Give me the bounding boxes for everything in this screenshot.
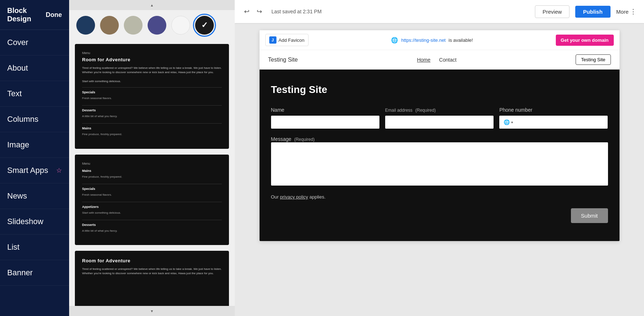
nav-item-banner[interactable]: Banner: [0, 260, 69, 286]
submit-button[interactable]: Submit: [571, 208, 608, 223]
nav-link-contact[interactable]: Contact: [439, 57, 456, 63]
swatch-color-navy[interactable]: [76, 16, 95, 35]
app-title: Block Design: [7, 6, 46, 23]
flag-icon: 🌐: [504, 119, 510, 125]
swatch-color-purple[interactable]: [148, 16, 166, 35]
globe-icon: 🌐: [391, 37, 398, 44]
scroll-up-button[interactable]: [69, 0, 235, 10]
right-panel: ↩ ↪ Last saved at 2:31 PM Preview Publis…: [235, 0, 644, 316]
nav-item-about[interactable]: About: [0, 55, 69, 81]
site-form-title: Testing Site: [271, 84, 608, 95]
nav-item-news[interactable]: News: [0, 183, 69, 209]
design-card-2[interactable]: Menu Mains Fine produce, freshly prepare…: [75, 155, 229, 245]
nav-item-image[interactable]: Image: [0, 132, 69, 158]
domain-available-text: is available!: [449, 37, 473, 43]
preview-button[interactable]: Preview: [535, 5, 569, 18]
design-3-headline: Room for Adventure: [82, 258, 222, 263]
domain-link[interactable]: https://testing-site.net: [401, 37, 446, 43]
design-1-intro: Tired of feeling scattered or uninspired…: [82, 66, 222, 75]
nav-item-columns[interactable]: Columns: [0, 107, 69, 132]
form-row-1: Name Email address (Required) Phone numb…: [271, 107, 608, 129]
design-1-headline: Room for Adventure: [82, 57, 222, 62]
left-nav: CoverAboutTextColumnsImageSmart Apps☆New…: [0, 30, 69, 316]
site-content: Testing Site Name Email address (Require…: [260, 70, 620, 241]
favicon-icon: J: [269, 36, 276, 44]
swatch-color-black[interactable]: [195, 16, 214, 35]
domain-info: 🌐 https://testing-site.net is available!: [391, 37, 473, 44]
email-input[interactable]: [385, 116, 494, 129]
get-own-domain-button[interactable]: Get your own domain: [556, 35, 614, 46]
nav-item-smart-apps[interactable]: Smart Apps☆: [0, 158, 69, 183]
nav-links: Home Contact: [417, 57, 456, 63]
site-nav: Testing Site Home Contact Testing Site: [260, 50, 620, 70]
name-input[interactable]: [271, 116, 379, 129]
message-textarea[interactable]: [271, 142, 608, 186]
top-bar: ↩ ↪ Last saved at 2:31 PM Preview Publis…: [235, 0, 644, 23]
add-favicon-button[interactable]: J Add Favicon: [265, 34, 309, 46]
privacy-policy-link[interactable]: privacy policy: [280, 194, 308, 200]
save-status: Last saved at 2:31 PM: [271, 9, 529, 14]
swatch-color-white[interactable]: [171, 16, 190, 35]
middle-panel: Menu Room for Adventure Tired of feeling…: [69, 0, 235, 316]
scroll-down-button[interactable]: [69, 306, 235, 316]
message-group: Message (Required): [271, 136, 608, 187]
nav-item-text[interactable]: Text: [0, 81, 69, 107]
left-header: Block Design Done: [0, 0, 69, 30]
name-label: Name: [271, 107, 379, 113]
undo-button[interactable]: ↩: [242, 6, 252, 17]
email-group: Email address (Required): [385, 107, 494, 129]
site-topbar: J Add Favicon 🌐 https://testing-site.net…: [260, 30, 620, 50]
more-dots-icon: ⋮: [630, 8, 637, 15]
site-name-logo: Testing Site: [268, 57, 298, 63]
left-panel: Block Design Done CoverAboutTextColumnsI…: [0, 0, 69, 316]
design-card-1[interactable]: Menu Room for Adventure Tired of feeling…: [75, 44, 229, 149]
swatch-color-gray[interactable]: [124, 16, 143, 35]
site-preview-wrapper: J Add Favicon 🌐 https://testing-site.net…: [235, 23, 644, 316]
star-icon: ☆: [56, 166, 62, 174]
phone-chevron-icon: ▾: [511, 120, 513, 124]
message-label: Message (Required): [271, 136, 315, 142]
publish-button[interactable]: Publish: [575, 6, 611, 18]
nav-cta-button[interactable]: Testing Site: [576, 54, 611, 65]
phone-input-wrapper[interactable]: 🌐 ▾: [499, 116, 608, 129]
nav-item-slideshow[interactable]: Slideshow: [0, 209, 69, 235]
nav-item-list[interactable]: List: [0, 235, 69, 260]
redo-button[interactable]: ↪: [255, 6, 264, 17]
designs-scroll: Menu Room for Adventure Tired of feeling…: [69, 40, 235, 306]
email-label: Email address (Required): [385, 107, 494, 113]
site-preview: J Add Favicon 🌐 https://testing-site.net…: [260, 30, 620, 241]
color-swatches: [69, 10, 235, 40]
name-group: Name: [271, 107, 379, 129]
more-button[interactable]: More ⋮: [616, 8, 637, 15]
phone-group: Phone number 🌐 ▾: [499, 107, 608, 129]
design-card-3[interactable]: Room for Adventure Tired of feeling scat…: [75, 251, 229, 306]
done-button[interactable]: Done: [46, 11, 62, 19]
swatch-color-brown[interactable]: [100, 16, 119, 35]
phone-label: Phone number: [499, 107, 608, 113]
design-3-intro: Tired of feeling scattered or uninspired…: [82, 267, 222, 276]
undo-redo-group: ↩ ↪: [242, 6, 264, 17]
nav-link-home[interactable]: Home: [417, 57, 430, 63]
privacy-note: Our privacy policy applies.: [271, 194, 608, 200]
nav-item-cover[interactable]: Cover: [0, 30, 69, 55]
